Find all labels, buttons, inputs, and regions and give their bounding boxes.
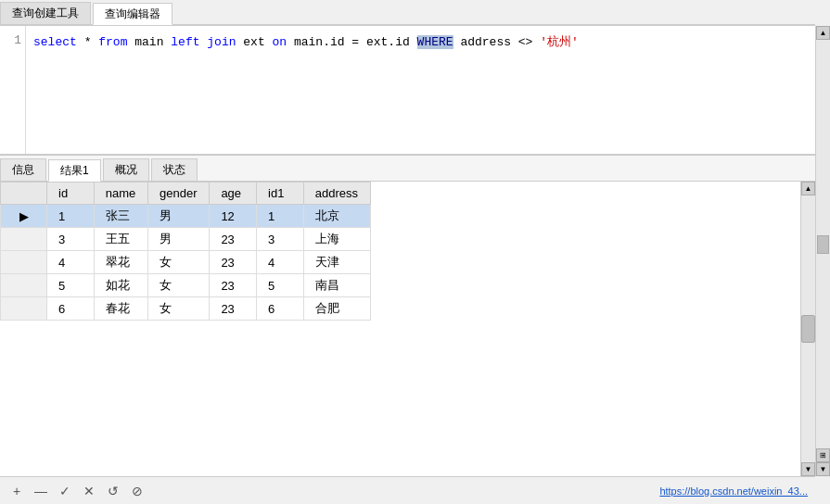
row-indicator	[1, 297, 47, 321]
cell-gender: 女	[148, 297, 210, 321]
cell-address: 北京	[303, 205, 370, 228]
table-row[interactable]: ▶ 1 张三 男 12 1 北京	[1, 205, 371, 228]
tab-query-editor[interactable]: 查询编辑器	[93, 3, 172, 25]
cell-age: 23	[210, 274, 257, 297]
tab-overview[interactable]: 概况	[103, 158, 149, 181]
cell-age: 12	[210, 205, 257, 228]
cell-id: 6	[47, 297, 95, 321]
confirm-button[interactable]: ✓	[56, 482, 74, 500]
main-scroll-icon[interactable]: ⊞	[816, 448, 830, 462]
col-header-id1: id1	[257, 183, 304, 205]
main-scroll-down[interactable]: ▼	[816, 462, 830, 476]
tab-status[interactable]: 状态	[151, 158, 198, 181]
cell-gender: 女	[148, 274, 210, 297]
main-wrapper: 查询创建工具 查询编辑器 1 select * from main left j…	[0, 0, 830, 504]
bottom-toolbar: + — ✓ ✕ ↺ ⊘ https://blog.csdn.net/weixin…	[0, 476, 815, 504]
cell-id: 3	[47, 228, 95, 251]
cell-name: 张三	[94, 205, 147, 228]
blog-link[interactable]: https://blog.csdn.net/weixin_43...	[659, 485, 808, 497]
kw-from: from	[98, 35, 127, 49]
main-scroll-up[interactable]: ▲	[816, 26, 830, 40]
results-table: id name gender age id1 address ▶	[0, 182, 371, 321]
editor-area: 1 select * from main left join ext on ma…	[0, 26, 815, 156]
cell-gender: 女	[148, 251, 210, 274]
col-header-age: age	[210, 183, 257, 205]
sql-code[interactable]: select * from main left join ext on main…	[26, 26, 815, 154]
sql-condition: main.id = ext.id	[294, 35, 417, 49]
sql-ext: ext	[243, 35, 272, 49]
cell-name: 王五	[94, 228, 147, 251]
cell-name: 如花	[94, 274, 147, 297]
table-row[interactable]: 5 如花 女 23 5 南昌	[1, 274, 371, 297]
cell-age: 23	[210, 251, 257, 274]
line-numbers: 1	[0, 26, 26, 154]
main-scroll-track	[816, 40, 830, 235]
cancel-button[interactable]: ✕	[80, 482, 98, 500]
sub-tab-bar: 信息 结果1 概况 状态	[0, 156, 815, 182]
table-row[interactable]: 4 翠花 女 23 4 天津	[1, 251, 371, 274]
table-container: id name gender age id1 address ▶	[0, 182, 800, 476]
main-scrollbar[interactable]: ▲ ⊞ ▼	[815, 26, 830, 476]
tab-query-builder[interactable]: 查询创建工具	[0, 2, 91, 24]
cell-id1: 4	[257, 251, 304, 274]
cell-address: 上海	[303, 228, 370, 251]
table-row[interactable]: 3 王五 男 23 3 上海	[1, 228, 371, 251]
cell-id1: 5	[257, 274, 304, 297]
scroll-thumb[interactable]	[801, 315, 815, 343]
kw-left-join: left join	[171, 35, 236, 49]
row-indicator: ▶	[1, 205, 47, 228]
remove-button[interactable]: —	[32, 482, 50, 500]
col-header-id: id	[47, 183, 95, 205]
cell-id1: 1	[257, 205, 304, 228]
kw-select: select	[33, 35, 77, 49]
scroll-track-bottom	[801, 345, 815, 462]
tab-info[interactable]: 信息	[0, 158, 46, 181]
cell-id: 5	[47, 274, 95, 297]
cell-id1: 6	[257, 297, 304, 321]
cell-gender: 男	[148, 205, 210, 228]
cell-age: 23	[210, 228, 257, 251]
refresh-button[interactable]: ↺	[104, 482, 122, 500]
cell-name: 春花	[94, 297, 147, 321]
scroll-track	[801, 195, 815, 313]
kw-where: WHERE	[417, 35, 453, 49]
cell-id: 4	[47, 251, 95, 274]
col-header-name: name	[94, 183, 147, 205]
col-header-address: address	[303, 183, 370, 205]
kw-on: on	[273, 35, 287, 49]
col-header-gender: gender	[148, 183, 210, 205]
row-indicator	[1, 228, 47, 251]
results-scrollbar[interactable]: ▲ ▼	[800, 182, 815, 476]
scroll-up-btn[interactable]: ▲	[801, 182, 815, 195]
cell-id1: 3	[257, 228, 304, 251]
cell-address: 南昌	[303, 274, 370, 297]
toolbar-left: + — ✓ ✕ ↺ ⊘	[7, 482, 147, 500]
sql-string: '杭州'	[540, 35, 579, 49]
row-indicator-header	[1, 183, 47, 205]
row-indicator	[1, 251, 47, 274]
sql-main: main	[134, 35, 171, 49]
content-wrapper: 查询创建工具 查询编辑器 1 select * from main left j…	[0, 0, 815, 504]
results-area: id name gender age id1 address ▶	[0, 182, 815, 476]
sql-address: address <>	[460, 35, 540, 49]
cell-age: 23	[210, 297, 257, 321]
clear-button[interactable]: ⊘	[128, 482, 147, 500]
cell-id: 1	[47, 205, 95, 228]
cell-name: 翠花	[94, 251, 147, 274]
table-row[interactable]: 6 春花 女 23 6 合肥	[1, 297, 371, 321]
sql-star: *	[84, 35, 99, 49]
cell-address: 合肥	[303, 297, 370, 321]
row-indicator	[1, 274, 47, 297]
cell-gender: 男	[148, 228, 210, 251]
bottom-panel: 信息 结果1 概况 状态	[0, 156, 815, 476]
scroll-down-btn[interactable]: ▼	[801, 462, 815, 476]
tab-results[interactable]: 结果1	[48, 159, 101, 182]
add-button[interactable]: +	[7, 482, 26, 500]
top-tab-bar: 查询创建工具 查询编辑器	[0, 0, 815, 26]
main-scroll-thumb[interactable]	[817, 235, 829, 254]
cell-address: 天津	[303, 251, 370, 274]
main-scroll-track-bottom	[816, 254, 830, 449]
